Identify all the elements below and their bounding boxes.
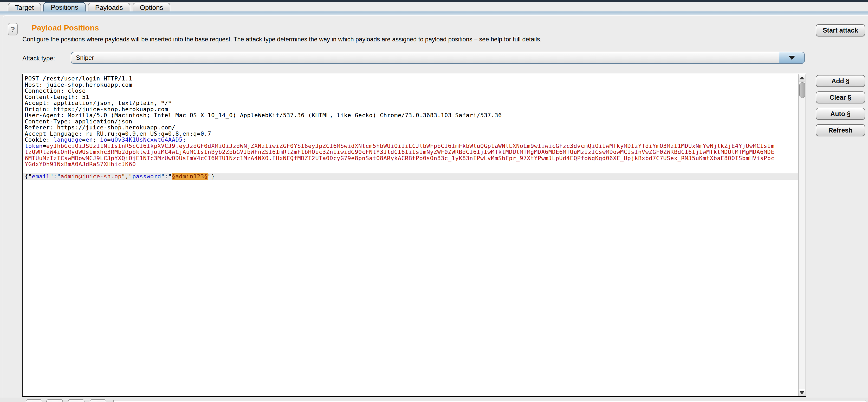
editor-search-field[interactable] bbox=[113, 400, 866, 402]
request-line: Referer: https://juice-shop.herokuapp.co… bbox=[25, 124, 799, 131]
request-line: token=eyJhbGciOiJSUzI1NiIsInR5cCI6IkpXVC… bbox=[25, 143, 799, 149]
description-text: Configure the positions where payloads w… bbox=[22, 36, 776, 43]
attack-type-select[interactable]: Sniper bbox=[71, 52, 805, 64]
request-line: Accept-Language: ru-RU,ru;q=0.9,en-US;q=… bbox=[25, 131, 799, 137]
scroll-down-button[interactable] bbox=[799, 389, 805, 396]
side-button-refresh[interactable]: Refresh bbox=[816, 124, 865, 136]
request-line: lzQWRtaW4iOnRydWUsImxhc3RMb2dpbklwIjoiMC… bbox=[25, 149, 799, 155]
attack-type-value: Sniper bbox=[71, 54, 779, 61]
dropdown-arrow-button[interactable] bbox=[779, 52, 804, 63]
request-line: User-Agent: Mozilla/5.0 (Macintosh; Inte… bbox=[25, 112, 799, 118]
side-button-auto[interactable]: Auto § bbox=[816, 108, 865, 120]
question-mark-icon: ? bbox=[10, 25, 15, 33]
tab-options[interactable]: Options bbox=[133, 3, 170, 11]
editor-nav-button-3[interactable] bbox=[68, 399, 85, 402]
tab-positions[interactable]: Positions bbox=[43, 2, 86, 11]
editor-nav-button-2[interactable] bbox=[46, 399, 63, 402]
side-button-clear[interactable]: Clear § bbox=[816, 91, 865, 103]
scroll-up-button[interactable] bbox=[799, 74, 805, 82]
request-line: YGdxYDh91NxBmA0AJdRaS7XHhicJK60 bbox=[25, 161, 799, 167]
tab-target[interactable]: Target bbox=[8, 3, 41, 11]
arrow-down-icon bbox=[800, 391, 804, 395]
chevron-down-icon bbox=[788, 56, 795, 60]
request-line: 6MTUuMzIzICswMDowMCJ9LCJpYXQiOjE1NTc3MzU… bbox=[25, 155, 799, 162]
request-line: Cookie: language=en; io=uOv34K1UsNcxwtG4… bbox=[25, 137, 799, 143]
request-text: POST /rest/user/login HTTP/1.1Host: juic… bbox=[23, 74, 799, 396]
editor-scrollbar[interactable] bbox=[798, 74, 806, 396]
request-line: Accept: application/json, text/plain, */… bbox=[25, 100, 799, 106]
side-button-add[interactable]: Add § bbox=[816, 75, 865, 87]
editor-nav-button-4[interactable] bbox=[90, 399, 106, 402]
request-line: POST /rest/user/login HTTP/1.1 bbox=[25, 76, 799, 82]
arrow-up-icon bbox=[800, 76, 804, 79]
page-title: Payload Positions bbox=[32, 23, 99, 32]
request-editor[interactable]: POST /rest/user/login HTTP/1.1Host: juic… bbox=[22, 74, 806, 397]
attack-type-label: Attack type: bbox=[22, 55, 55, 62]
window-titlebar-edge bbox=[0, 0, 868, 2]
request-line bbox=[25, 167, 799, 174]
request-line: Content-Type: application/json bbox=[25, 118, 799, 125]
editor-bottom-bar bbox=[0, 398, 868, 402]
help-button[interactable]: ? bbox=[8, 23, 18, 35]
selected-tab-band bbox=[0, 11, 868, 15]
request-line: Origin: https://juice-shop.herokuapp.com bbox=[25, 106, 799, 113]
scrollbar-thumb[interactable] bbox=[799, 82, 805, 98]
request-line: Content-Length: 51 bbox=[25, 94, 799, 100]
editor-nav-button-1[interactable] bbox=[26, 399, 42, 402]
tab-payloads[interactable]: Payloads bbox=[88, 3, 130, 11]
request-line: Connection: close bbox=[25, 88, 799, 94]
request-line: {"email":"admin@juice-sh.op","password":… bbox=[23, 173, 799, 180]
intruder-tab-bar: TargetPositionsPayloadsOptions bbox=[8, 2, 170, 11]
start-attack-button[interactable]: Start attack bbox=[816, 24, 865, 36]
request-line: Host: juice-shop.herokuapp.com bbox=[25, 82, 799, 88]
